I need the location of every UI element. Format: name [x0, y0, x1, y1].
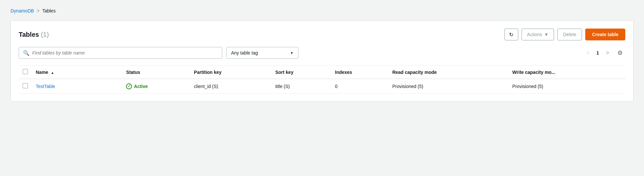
breadcrumb-dynamodb-link[interactable]: DynamoDB: [11, 8, 34, 13]
delete-button[interactable]: Delete: [557, 29, 582, 40]
card-title-count: (1): [41, 31, 49, 38]
pagination-prev-icon: <: [586, 50, 589, 56]
tag-dropdown-label: Any table tag: [231, 50, 258, 55]
refresh-icon: ↻: [509, 32, 513, 38]
table-settings-button[interactable]: ⚙: [615, 48, 625, 58]
actions-label: Actions: [527, 32, 542, 37]
settings-icon: ⚙: [617, 49, 623, 56]
pagination-current-page: 1: [595, 50, 600, 55]
pagination-next-button[interactable]: >: [603, 48, 612, 57]
table-name-link-0[interactable]: TestTable: [36, 84, 55, 89]
tables-table: Name ▲ Status Partition key Sort key Ind…: [19, 66, 625, 94]
row-partition-key-cell: client_id (S): [190, 79, 271, 94]
col-header-status: Status: [122, 66, 190, 79]
card-title-wrapper: Tables (1): [19, 31, 49, 38]
col-header-partition-key-label: Partition key: [194, 70, 222, 75]
create-table-button[interactable]: Create table: [585, 29, 625, 40]
row-status-cell: ✓ Active: [122, 79, 190, 94]
col-header-name[interactable]: Name ▲: [32, 66, 122, 79]
tag-dropdown[interactable]: Any table tag ▼: [226, 47, 298, 59]
col-header-write-capacity-label: Write capacity mo...: [512, 70, 555, 75]
create-table-label: Create table: [592, 32, 618, 37]
card-title-text: Tables: [19, 31, 39, 38]
dropdown-arrow-icon: ▼: [290, 51, 293, 55]
sort-ascending-icon: ▲: [51, 71, 54, 75]
row-checkbox-cell: [19, 79, 32, 94]
row-read-capacity-cell: Provisioned (5): [388, 79, 508, 94]
col-header-indexes: Indexes: [331, 66, 389, 79]
actions-button[interactable]: Actions ▼: [522, 29, 554, 40]
col-header-partition-key: Partition key: [190, 66, 271, 79]
col-header-indexes-label: Indexes: [335, 70, 352, 75]
col-header-sort-key: Sort key: [271, 66, 331, 79]
col-header-read-capacity-label: Read capacity mode: [392, 70, 437, 75]
header-actions: ↻ Actions ▼ Delete Create table: [504, 29, 625, 40]
status-badge-0: ✓ Active: [126, 83, 186, 89]
col-header-sort-key-label: Sort key: [275, 70, 293, 75]
row-indexes-cell: 0: [331, 79, 389, 94]
col-header-write-capacity: Write capacity mo...: [508, 66, 625, 79]
pagination: < 1 > ⚙: [583, 48, 625, 58]
row-write-capacity-cell: Provisioned (5): [508, 79, 625, 94]
row-sort-key-cell: title (S): [271, 79, 331, 94]
col-header-name-label: Name: [36, 70, 48, 75]
header-checkbox[interactable]: [23, 69, 28, 74]
tables-card: Tables (1) ↻ Actions ▼ Delete Create tab…: [11, 20, 633, 102]
card-title: Tables (1): [19, 31, 49, 38]
pagination-prev-button[interactable]: <: [583, 48, 592, 57]
search-input[interactable]: [32, 50, 218, 55]
filter-row: 🔍 Any table tag ▼ < 1 > ⚙: [19, 47, 625, 59]
search-icon: 🔍: [23, 50, 30, 56]
breadcrumb: DynamoDB > Tables: [11, 8, 633, 14]
breadcrumb-separator: >: [37, 8, 40, 14]
search-wrapper: 🔍: [19, 47, 222, 59]
col-header-read-capacity: Read capacity mode: [388, 66, 508, 79]
col-header-checkbox: [19, 66, 32, 79]
table-wrapper: Name ▲ Status Partition key Sort key Ind…: [19, 65, 625, 94]
status-check-icon-0: ✓: [126, 83, 132, 89]
table-row: TestTable ✓ Active client_id (S) title (…: [19, 79, 625, 94]
actions-arrow-icon: ▼: [544, 32, 549, 37]
delete-label: Delete: [563, 32, 576, 37]
refresh-button[interactable]: ↻: [504, 29, 518, 40]
table-header-row: Name ▲ Status Partition key Sort key Ind…: [19, 66, 625, 79]
col-header-status-label: Status: [126, 70, 140, 75]
row-name-cell: TestTable: [32, 79, 122, 94]
card-header: Tables (1) ↻ Actions ▼ Delete Create tab…: [19, 29, 625, 40]
pagination-next-icon: >: [606, 50, 609, 56]
row-checkbox-0[interactable]: [23, 83, 28, 88]
breadcrumb-current: Tables: [42, 8, 55, 13]
